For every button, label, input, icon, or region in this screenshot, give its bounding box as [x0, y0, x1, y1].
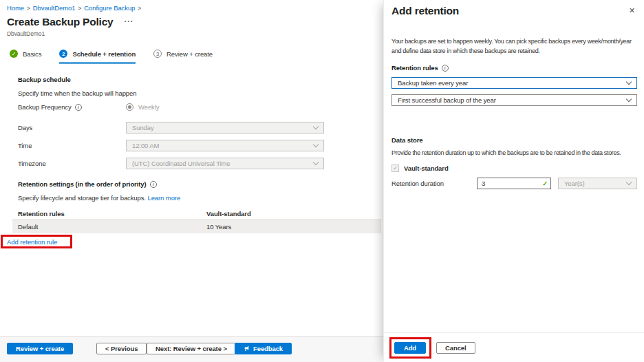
breadcrumb: Home>DbvaultDemo1>Configure Backup>	[7, 4, 144, 12]
info-icon: i	[75, 104, 82, 111]
breadcrumb-dbvaultdemo1[interactable]: DbvaultDemo1	[33, 4, 76, 12]
breadcrumb-configure-backup[interactable]: Configure Backup	[84, 4, 135, 12]
table-row[interactable]: Default 10 Years	[12, 220, 381, 233]
table-header-row: Retention rules Vault-standard	[12, 207, 381, 220]
retention-duration-label: Retention duration	[391, 180, 444, 187]
data-store-description: Provide the retention duration up to whi…	[391, 149, 621, 156]
backup-frequency-label: Backup Frequencyi	[18, 103, 82, 111]
breadcrumb-separator: >	[78, 5, 81, 12]
tab-review-create[interactable]: 3 Review + create	[153, 50, 213, 64]
column-retention-rules: Retention rules	[12, 210, 206, 217]
chevron-down-icon	[313, 124, 319, 129]
rule-value-cell: 10 Years	[206, 223, 381, 231]
panel-description: Your backups are set to happen weekly. Y…	[391, 37, 638, 56]
check-circle-icon: ✓	[10, 50, 18, 58]
page-title: Create Backup Policy···	[7, 16, 134, 28]
learn-more-link[interactable]: Learn more	[147, 194, 180, 202]
data-store-heading: Data store	[391, 136, 422, 144]
step-2-icon: 2	[59, 50, 67, 58]
retention-rules-table: Retention rules Vault-standard Default 1…	[12, 207, 381, 233]
info-icon: i	[150, 181, 157, 188]
chevron-down-icon	[313, 142, 319, 147]
chevron-down-icon	[626, 79, 632, 85]
next-button[interactable]: Next: Review + create >	[147, 343, 236, 354]
weekly-radio	[126, 103, 133, 111]
retention-settings-description: Specify lifecycle and storage tier for b…	[18, 194, 180, 202]
add-retention-rule-link[interactable]: Add retention rule	[7, 238, 57, 246]
add-button[interactable]: Add	[394, 342, 426, 354]
breadcrumb-separator: >	[138, 5, 141, 12]
chevron-down-icon	[626, 96, 632, 102]
breadcrumb-home[interactable]: Home	[7, 4, 24, 12]
time-label: Time	[18, 142, 32, 149]
weekly-radio-label: Weekly	[138, 103, 159, 111]
retention-rules-heading: Retention rulesi	[391, 64, 449, 72]
panel-footer: Add Cancel	[384, 332, 644, 362]
breadcrumb-separator: >	[27, 5, 30, 12]
wizard-tabs: ✓ Basics 2 Schedule + retention 3 Review…	[10, 50, 213, 64]
backup-schedule-heading: Backup schedule	[18, 76, 71, 83]
days-label: Days	[18, 124, 32, 131]
retention-settings-heading: Retention settings (in the order of prio…	[18, 180, 157, 188]
review-create-button[interactable]: Review + create	[7, 343, 73, 354]
chevron-down-icon	[626, 180, 632, 185]
retention-duration-field: ✓	[477, 178, 551, 189]
cancel-button[interactable]: Cancel	[436, 342, 475, 354]
feedback-megaphone-icon	[244, 345, 250, 352]
vault-standard-checkbox-row: ✓ Vault-standard	[391, 164, 449, 172]
valid-check-icon: ✓	[542, 180, 548, 187]
vault-standard-checkbox: ✓	[391, 164, 399, 172]
step-3-icon: 3	[153, 50, 162, 58]
more-options-icon[interactable]: ···	[125, 17, 134, 25]
page-subtitle: DbvaultDemo1	[7, 30, 45, 37]
duration-unit-select: Year(s)	[558, 178, 637, 189]
close-icon[interactable]: ✕	[629, 6, 635, 15]
panel-title: Add retention	[391, 5, 459, 17]
column-vault-standard: Vault-standard	[206, 210, 381, 217]
rule-name-cell: Default	[12, 223, 206, 231]
frequency-radio-group: Weekly	[126, 103, 159, 111]
add-retention-panel: Add retention ✕ Your backups are set to …	[383, 0, 644, 362]
time-select: 12:00 AM	[126, 140, 324, 151]
create-backup-policy-page: Home>DbvaultDemo1>Configure Backup> Crea…	[0, 0, 383, 362]
feedback-button[interactable]: Feedback	[235, 343, 292, 354]
previous-button[interactable]: < Previous	[96, 343, 147, 354]
retention-rule-frequency-select[interactable]: Backup taken every year	[391, 77, 637, 89]
timezone-label: Timezone	[18, 160, 46, 167]
timezone-select: (UTC) Coordinated Universal Time	[126, 158, 324, 169]
tab-label: Schedule + retention	[72, 50, 136, 58]
retention-rule-criteria-select[interactable]: First successful backup of the year	[391, 94, 637, 106]
tab-schedule-retention[interactable]: 2 Schedule + retention	[59, 50, 136, 64]
tab-label: Review + create	[167, 50, 213, 58]
tab-basics[interactable]: ✓ Basics	[10, 50, 41, 64]
wizard-footer: Review + create < Previous Next: Review …	[0, 336, 383, 362]
chevron-down-icon	[313, 160, 319, 165]
info-icon: i	[442, 65, 449, 72]
retention-duration-input[interactable]	[477, 178, 551, 189]
tab-label: Basics	[23, 50, 41, 58]
days-select: Sunday	[126, 122, 324, 134]
vault-standard-label: Vault-standard	[404, 164, 449, 172]
backup-schedule-description: Specify time when the backup will happen	[18, 89, 136, 97]
